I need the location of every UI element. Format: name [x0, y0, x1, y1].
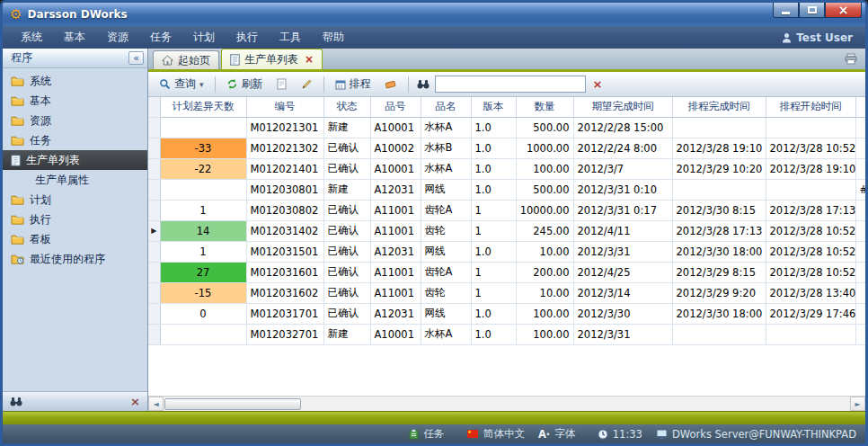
- cell-qty[interactable]: 500.00: [516, 117, 573, 138]
- status-language-selector[interactable]: 简体中文: [466, 427, 525, 441]
- cell-item_name[interactable]: 水杯A: [421, 324, 471, 344]
- cell-item_no[interactable]: A11001: [370, 200, 421, 220]
- row-selector-cell[interactable]: [148, 262, 160, 282]
- cell-diff[interactable]: 27: [160, 262, 246, 282]
- cell-no[interactable]: M012021401: [246, 158, 323, 179]
- sidebar-item-5[interactable]: 生产单列表: [3, 150, 147, 170]
- row-selector-cell[interactable]: [148, 138, 160, 158]
- column-header-no[interactable]: 编号: [246, 97, 323, 117]
- column-header-status[interactable]: 状态: [323, 97, 370, 117]
- clear-schedule-button[interactable]: [379, 76, 403, 93]
- cell-qty[interactable]: 100.00: [516, 158, 573, 179]
- sidebar-search-clear-button[interactable]: ×: [130, 395, 140, 408]
- column-header-diff[interactable]: 计划差异天数: [160, 97, 246, 117]
- cell-status[interactable]: 已确认: [323, 241, 370, 262]
- edit-button[interactable]: [296, 76, 318, 93]
- sidebar-item-10[interactable]: 最近使用的程序: [3, 249, 147, 269]
- cell-no[interactable]: M012031701: [246, 303, 323, 324]
- scrollbar-thumb[interactable]: [164, 398, 301, 410]
- cell-diff[interactable]: 0: [160, 303, 246, 324]
- cell-qty[interactable]: 10.00: [516, 241, 573, 262]
- cell-no[interactable]: M012030802: [246, 200, 323, 220]
- cell-extra[interactable]: [855, 262, 865, 282]
- cell-sched_end[interactable]: [672, 324, 766, 344]
- cell-extra[interactable]: #: [855, 179, 865, 200]
- cell-sched_end[interactable]: 2012/3/29 9:20: [672, 282, 766, 303]
- cell-status[interactable]: 已确认: [323, 158, 370, 179]
- cell-expected[interactable]: 2012/3/14: [573, 282, 672, 303]
- cell-status[interactable]: 已确认: [323, 200, 370, 220]
- sidebar-collapse-button[interactable]: «: [128, 51, 144, 65]
- cell-sched_start[interactable]: 2012/3/28 10:52: [766, 220, 855, 241]
- cell-version[interactable]: 1.0: [471, 324, 516, 344]
- cell-expected[interactable]: 2012/3/31: [573, 241, 672, 262]
- cell-diff[interactable]: [160, 117, 246, 138]
- new-button[interactable]: [271, 76, 293, 93]
- column-header-expected[interactable]: 期望完成时间: [573, 97, 672, 117]
- maximize-button[interactable]: [799, 3, 825, 18]
- cell-qty[interactable]: 245.00: [516, 220, 573, 241]
- sidebar-item-3[interactable]: 资源: [3, 111, 147, 130]
- cell-version[interactable]: 1.0: [471, 241, 516, 262]
- cell-sched_end[interactable]: 2012/3/29 10:20: [672, 158, 766, 179]
- cell-version[interactable]: 1: [471, 220, 516, 241]
- column-header-version[interactable]: 版本: [471, 97, 516, 117]
- menu-item-3[interactable]: 资源: [96, 26, 139, 49]
- cell-item_no[interactable]: A11001: [370, 220, 421, 241]
- cell-item_no[interactable]: A10001: [370, 117, 421, 138]
- cell-item_name[interactable]: 水杯A: [421, 158, 471, 179]
- cell-expected[interactable]: 2012/3/7: [573, 158, 672, 179]
- cell-sched_end[interactable]: 2012/3/30 8:15: [672, 200, 766, 220]
- close-button[interactable]: ×: [825, 3, 862, 18]
- cell-status[interactable]: 已确认: [323, 220, 370, 241]
- cell-diff[interactable]: [160, 324, 246, 344]
- cell-extra[interactable]: [855, 220, 865, 241]
- column-header-item_name[interactable]: 品名: [421, 97, 471, 117]
- cell-sched_start[interactable]: [766, 117, 855, 138]
- cell-sched_start[interactable]: 2012/3/28 10:52: [766, 241, 855, 262]
- cell-item_no[interactable]: A12031: [370, 303, 421, 324]
- cell-status[interactable]: 新建: [323, 324, 370, 344]
- cell-sched_start[interactable]: 2012/3/28 10:52: [766, 138, 855, 158]
- cell-item_no[interactable]: A10002: [370, 138, 421, 158]
- grid-search-input[interactable]: [435, 76, 586, 93]
- cell-diff[interactable]: 14: [160, 220, 246, 241]
- column-header-qty[interactable]: 数量: [516, 97, 573, 117]
- cell-extra[interactable]: [855, 200, 865, 220]
- cell-version[interactable]: 1: [471, 282, 516, 303]
- cell-extra[interactable]: [855, 282, 865, 303]
- scrollbar-track[interactable]: [164, 397, 850, 411]
- sidebar-item-2[interactable]: 基本: [3, 91, 147, 111]
- cell-expected[interactable]: 2012/3/31: [573, 324, 672, 344]
- scroll-left-button[interactable]: ◄: [148, 397, 164, 411]
- menu-item-6[interactable]: 执行: [226, 26, 269, 49]
- cell-version[interactable]: 1: [471, 262, 516, 282]
- row-selector-cell[interactable]: [148, 179, 160, 200]
- cell-diff[interactable]: -15: [160, 282, 246, 303]
- cell-diff[interactable]: -22: [160, 158, 246, 179]
- menu-item-8[interactable]: 帮助: [312, 26, 355, 49]
- cell-qty[interactable]: 10.00: [516, 282, 573, 303]
- cell-item_no[interactable]: A10001: [370, 158, 421, 179]
- cell-item_name[interactable]: 齿轮: [421, 220, 471, 241]
- cell-extra[interactable]: [855, 324, 865, 344]
- scroll-right-button[interactable]: ►: [850, 397, 865, 411]
- cell-no[interactable]: M012031402: [246, 220, 323, 241]
- cell-item_name[interactable]: 齿轮A: [421, 262, 471, 282]
- cell-diff[interactable]: 1: [160, 200, 246, 220]
- menu-item-4[interactable]: 任务: [139, 26, 182, 49]
- cell-diff[interactable]: [160, 179, 246, 200]
- cell-item_no[interactable]: A11001: [370, 262, 421, 282]
- clear-search-button[interactable]: ×: [589, 76, 607, 93]
- cell-sched_end[interactable]: 2012/3/28 17:13: [672, 220, 766, 241]
- row-selector-cell[interactable]: [148, 241, 160, 262]
- cell-sched_end[interactable]: [672, 179, 766, 200]
- current-row-marker[interactable]: ▶: [148, 220, 160, 241]
- row-selector-cell[interactable]: [148, 158, 160, 179]
- cell-item_name[interactable]: 网线: [421, 179, 471, 200]
- schedule-button[interactable]: 排程: [330, 74, 376, 94]
- user-indicator[interactable]: Test User: [782, 31, 858, 44]
- cell-expected[interactable]: 2012/3/31 0:17: [573, 200, 672, 220]
- cell-expected[interactable]: 2012/4/25: [573, 262, 672, 282]
- cell-sched_start[interactable]: 2012/3/28 13:40: [766, 282, 855, 303]
